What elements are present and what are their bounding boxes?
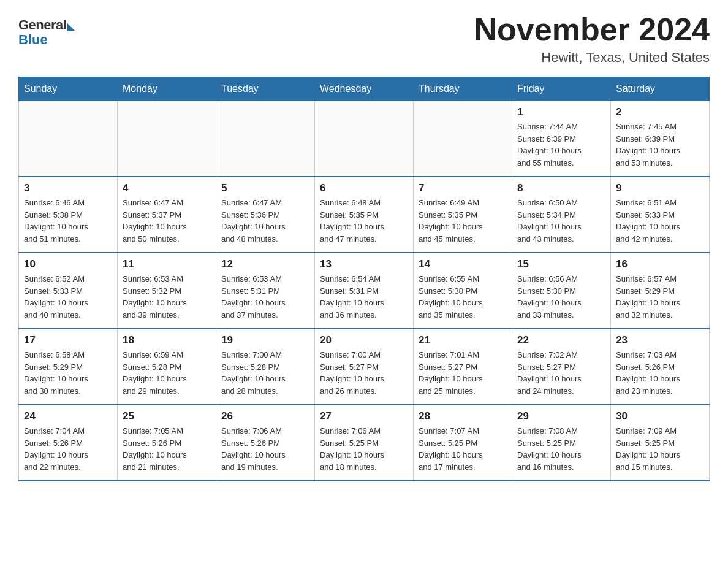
main-title: November 2024: [474, 12, 710, 47]
calendar-day-cell: 15Sunrise: 6:56 AM Sunset: 5:30 PM Dayli…: [512, 253, 611, 329]
day-of-week-header: Friday: [512, 77, 611, 101]
day-info: Sunrise: 7:02 AM Sunset: 5:27 PM Dayligh…: [517, 349, 605, 397]
day-number: 24: [24, 410, 112, 423]
calendar-day-cell: 11Sunrise: 6:53 AM Sunset: 5:32 PM Dayli…: [118, 253, 216, 329]
day-info: Sunrise: 7:07 AM Sunset: 5:25 PM Dayligh…: [419, 425, 507, 473]
calendar-week-row: 10Sunrise: 6:52 AM Sunset: 5:33 PM Dayli…: [19, 253, 710, 329]
day-info: Sunrise: 6:53 AM Sunset: 5:31 PM Dayligh…: [221, 273, 309, 321]
day-info: Sunrise: 6:51 AM Sunset: 5:33 PM Dayligh…: [616, 197, 704, 245]
day-number: 16: [616, 258, 704, 270]
day-number: 14: [419, 258, 507, 270]
calendar-week-row: 17Sunrise: 6:58 AM Sunset: 5:29 PM Dayli…: [19, 329, 710, 405]
day-number: 4: [123, 182, 211, 194]
calendar-day-cell: 28Sunrise: 7:07 AM Sunset: 5:25 PM Dayli…: [414, 405, 512, 481]
day-number: 3: [24, 182, 112, 194]
day-info: Sunrise: 6:54 AM Sunset: 5:31 PM Dayligh…: [320, 273, 408, 321]
day-number: 20: [320, 334, 408, 347]
day-number: 23: [616, 334, 704, 347]
calendar-day-cell: 12Sunrise: 6:53 AM Sunset: 5:31 PM Dayli…: [216, 253, 315, 329]
day-info: Sunrise: 6:53 AM Sunset: 5:32 PM Dayligh…: [123, 273, 211, 321]
day-info: Sunrise: 7:00 AM Sunset: 5:28 PM Dayligh…: [221, 349, 309, 397]
calendar-day-cell: 2Sunrise: 7:45 AM Sunset: 6:39 PM Daylig…: [611, 101, 710, 177]
day-of-week-header: Tuesday: [216, 77, 315, 101]
calendar-day-cell: 25Sunrise: 7:05 AM Sunset: 5:26 PM Dayli…: [118, 405, 216, 481]
day-of-week-header: Wednesday: [315, 77, 414, 101]
calendar-day-cell: 24Sunrise: 7:04 AM Sunset: 5:26 PM Dayli…: [19, 405, 118, 481]
calendar-day-cell: 14Sunrise: 6:55 AM Sunset: 5:30 PM Dayli…: [414, 253, 512, 329]
calendar-day-cell: 23Sunrise: 7:03 AM Sunset: 5:26 PM Dayli…: [611, 329, 710, 405]
day-number: 27: [320, 410, 408, 423]
day-number: 13: [320, 258, 408, 270]
calendar-day-cell: 9Sunrise: 6:51 AM Sunset: 5:33 PM Daylig…: [611, 177, 710, 253]
calendar-day-cell: 19Sunrise: 7:00 AM Sunset: 5:28 PM Dayli…: [216, 329, 315, 405]
day-number: 10: [24, 258, 112, 270]
day-info: Sunrise: 6:58 AM Sunset: 5:29 PM Dayligh…: [24, 349, 112, 397]
logo: General Blue: [18, 17, 75, 48]
calendar-week-row: 24Sunrise: 7:04 AM Sunset: 5:26 PM Dayli…: [19, 405, 710, 481]
day-info: Sunrise: 6:47 AM Sunset: 5:36 PM Dayligh…: [221, 197, 309, 245]
day-of-week-header: Saturday: [611, 77, 710, 101]
day-number: 1: [517, 106, 605, 118]
calendar-day-cell: [414, 101, 512, 177]
calendar-week-row: 1Sunrise: 7:44 AM Sunset: 6:39 PM Daylig…: [19, 101, 710, 177]
calendar-day-cell: 27Sunrise: 7:06 AM Sunset: 5:25 PM Dayli…: [315, 405, 414, 481]
day-number: 6: [320, 182, 408, 194]
calendar-table: SundayMondayTuesdayWednesdayThursdayFrid…: [18, 77, 710, 481]
day-info: Sunrise: 6:57 AM Sunset: 5:29 PM Dayligh…: [616, 273, 704, 321]
calendar-day-cell: 26Sunrise: 7:06 AM Sunset: 5:26 PM Dayli…: [216, 405, 315, 481]
day-number: 11: [123, 258, 211, 270]
calendar-day-cell: 5Sunrise: 6:47 AM Sunset: 5:36 PM Daylig…: [216, 177, 315, 253]
day-number: 17: [24, 334, 112, 347]
page-header: General Blue November 2024 Hewitt, Texas…: [18, 12, 710, 66]
day-info: Sunrise: 7:01 AM Sunset: 5:27 PM Dayligh…: [419, 349, 507, 397]
calendar-day-cell: 4Sunrise: 6:47 AM Sunset: 5:37 PM Daylig…: [118, 177, 216, 253]
day-info: Sunrise: 7:05 AM Sunset: 5:26 PM Dayligh…: [123, 425, 211, 473]
calendar-day-cell: 3Sunrise: 6:46 AM Sunset: 5:38 PM Daylig…: [19, 177, 118, 253]
day-info: Sunrise: 7:08 AM Sunset: 5:25 PM Dayligh…: [517, 425, 605, 473]
day-of-week-header: Monday: [118, 77, 216, 101]
calendar-day-cell: 21Sunrise: 7:01 AM Sunset: 5:27 PM Dayli…: [414, 329, 512, 405]
day-info: Sunrise: 6:55 AM Sunset: 5:30 PM Dayligh…: [419, 273, 507, 321]
day-number: 21: [419, 334, 507, 347]
day-info: Sunrise: 7:45 AM Sunset: 6:39 PM Dayligh…: [616, 121, 704, 169]
day-info: Sunrise: 6:56 AM Sunset: 5:30 PM Dayligh…: [517, 273, 605, 321]
day-info: Sunrise: 7:09 AM Sunset: 5:25 PM Dayligh…: [616, 425, 704, 473]
day-number: 29: [517, 410, 605, 423]
day-info: Sunrise: 6:47 AM Sunset: 5:37 PM Dayligh…: [123, 197, 211, 245]
day-number: 18: [123, 334, 211, 347]
logo-general-text: General: [18, 17, 66, 33]
calendar-day-cell: 10Sunrise: 6:52 AM Sunset: 5:33 PM Dayli…: [19, 253, 118, 329]
day-info: Sunrise: 6:59 AM Sunset: 5:28 PM Dayligh…: [123, 349, 211, 397]
calendar-day-cell: [216, 101, 315, 177]
calendar-header-row: SundayMondayTuesdayWednesdayThursdayFrid…: [19, 77, 710, 101]
calendar-day-cell: [315, 101, 414, 177]
calendar-day-cell: 6Sunrise: 6:48 AM Sunset: 5:35 PM Daylig…: [315, 177, 414, 253]
calendar-day-cell: 30Sunrise: 7:09 AM Sunset: 5:25 PM Dayli…: [611, 405, 710, 481]
calendar-day-cell: 18Sunrise: 6:59 AM Sunset: 5:28 PM Dayli…: [118, 329, 216, 405]
calendar-day-cell: [118, 101, 216, 177]
calendar-day-cell: 29Sunrise: 7:08 AM Sunset: 5:25 PM Dayli…: [512, 405, 611, 481]
day-number: 30: [616, 410, 704, 423]
day-number: 22: [517, 334, 605, 347]
day-info: Sunrise: 6:49 AM Sunset: 5:35 PM Dayligh…: [419, 197, 507, 245]
logo-arrow-icon: [67, 23, 75, 31]
day-info: Sunrise: 7:00 AM Sunset: 5:27 PM Dayligh…: [320, 349, 408, 397]
day-number: 15: [517, 258, 605, 270]
calendar-day-cell: 8Sunrise: 6:50 AM Sunset: 5:34 PM Daylig…: [512, 177, 611, 253]
day-info: Sunrise: 6:50 AM Sunset: 5:34 PM Dayligh…: [517, 197, 605, 245]
day-info: Sunrise: 7:03 AM Sunset: 5:26 PM Dayligh…: [616, 349, 704, 397]
day-number: 26: [221, 410, 309, 423]
calendar-day-cell: [19, 101, 118, 177]
day-number: 19: [221, 334, 309, 347]
day-number: 25: [123, 410, 211, 423]
calendar-day-cell: 16Sunrise: 6:57 AM Sunset: 5:29 PM Dayli…: [611, 253, 710, 329]
calendar-day-cell: 1Sunrise: 7:44 AM Sunset: 6:39 PM Daylig…: [512, 101, 611, 177]
day-number: 28: [419, 410, 507, 423]
subtitle: Hewitt, Texas, United States: [474, 50, 710, 66]
day-number: 12: [221, 258, 309, 270]
title-block: November 2024 Hewitt, Texas, United Stat…: [474, 12, 710, 66]
calendar-day-cell: 17Sunrise: 6:58 AM Sunset: 5:29 PM Dayli…: [19, 329, 118, 405]
day-number: 5: [221, 182, 309, 194]
day-info: Sunrise: 7:06 AM Sunset: 5:25 PM Dayligh…: [320, 425, 408, 473]
day-of-week-header: Sunday: [19, 77, 118, 101]
